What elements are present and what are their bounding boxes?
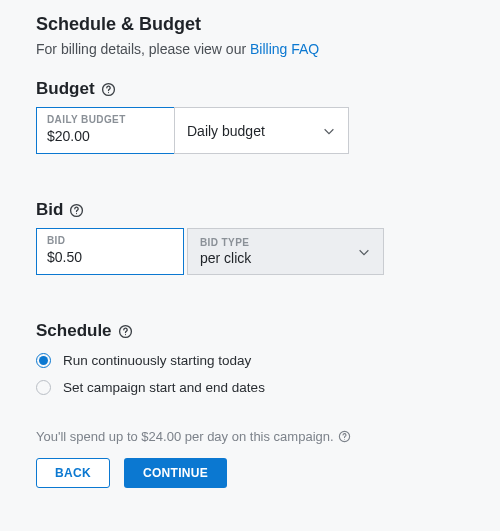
bid-label: BID <box>47 235 173 246</box>
bid-heading: Bid <box>36 200 464 220</box>
bid-type-select: BID TYPE per click <box>187 228 384 275</box>
billing-prefix: For billing details, please view our <box>36 41 250 57</box>
chevron-down-icon <box>322 124 336 138</box>
page-title: Schedule & Budget <box>36 14 464 35</box>
bid-input[interactable] <box>47 249 173 265</box>
billing-details-line: For billing details, please view our Bil… <box>36 41 464 57</box>
spend-note-text: You'll spend up to $24.00 per day on thi… <box>36 429 334 444</box>
daily-budget-input[interactable] <box>47 128 164 144</box>
svg-point-7 <box>344 439 345 440</box>
schedule-option-continuous[interactable]: Run continuously starting today <box>36 353 464 368</box>
budget-heading: Budget <box>36 79 464 99</box>
budget-type-value: Daily budget <box>187 123 265 139</box>
bid-heading-text: Bid <box>36 200 63 220</box>
help-icon[interactable] <box>101 82 116 97</box>
chevron-down-icon <box>357 245 371 259</box>
svg-point-5 <box>125 334 126 335</box>
billing-faq-link[interactable]: Billing FAQ <box>250 41 319 57</box>
schedule-heading: Schedule <box>36 321 464 341</box>
svg-point-1 <box>107 92 108 93</box>
radio-button[interactable] <box>36 380 51 395</box>
daily-budget-label: DAILY BUDGET <box>47 114 164 125</box>
continue-button[interactable]: CONTINUE <box>124 458 227 488</box>
bid-field[interactable]: BID <box>36 228 184 275</box>
spend-note: You'll spend up to $24.00 per day on thi… <box>36 429 464 444</box>
radio-button[interactable] <box>36 353 51 368</box>
schedule-option-dates[interactable]: Set campaign start and end dates <box>36 380 464 395</box>
radio-label: Run continuously starting today <box>63 353 251 368</box>
bid-type-label: BID TYPE <box>200 237 371 248</box>
daily-budget-field[interactable]: DAILY BUDGET <box>36 107 174 154</box>
budget-heading-text: Budget <box>36 79 95 99</box>
radio-label: Set campaign start and end dates <box>63 380 265 395</box>
help-icon[interactable] <box>338 430 351 443</box>
help-icon[interactable] <box>118 324 133 339</box>
budget-type-select[interactable]: Daily budget <box>174 107 349 154</box>
schedule-heading-text: Schedule <box>36 321 112 341</box>
svg-point-3 <box>76 213 77 214</box>
bid-type-value: per click <box>200 250 371 266</box>
back-button[interactable]: BACK <box>36 458 110 488</box>
help-icon[interactable] <box>69 203 84 218</box>
